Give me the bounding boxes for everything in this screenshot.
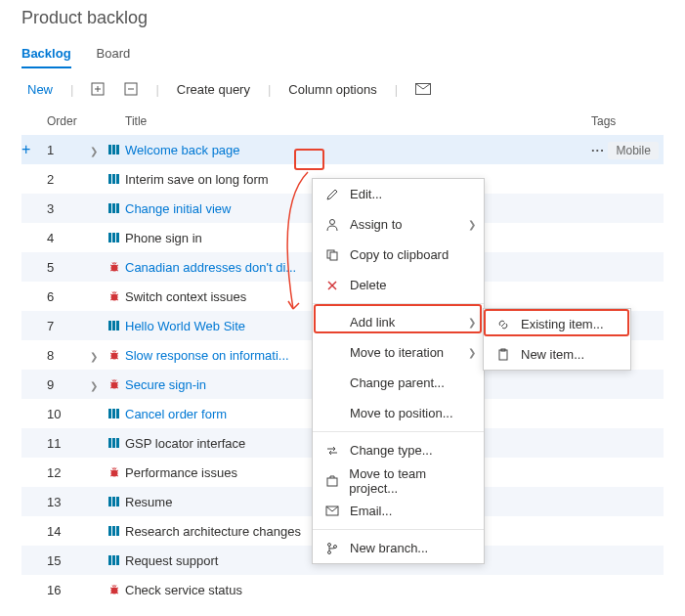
svg-rect-34	[108, 321, 111, 330]
swap-icon	[322, 444, 342, 458]
svg-line-49	[112, 380, 113, 382]
row-order: 12	[47, 465, 90, 480]
svg-line-31	[115, 292, 116, 294]
row-order: 14	[47, 524, 90, 539]
expand-icon[interactable]: ❯	[90, 351, 98, 362]
svg-rect-53	[108, 409, 111, 418]
svg-line-50	[115, 380, 116, 382]
page-title: Product backlog	[21, 8, 664, 28]
clipboard-icon	[493, 348, 513, 362]
project-icon	[322, 474, 341, 488]
row-order: 2	[47, 172, 90, 187]
svg-rect-10	[112, 174, 115, 184]
menu-copy[interactable]: Copy to clipboard	[313, 240, 484, 270]
menu-label: Move to iteration	[350, 345, 444, 360]
row-title[interactable]: Welcome back page	[125, 143, 591, 157]
row-order: 10	[47, 407, 90, 421]
column-options-button[interactable]: Column options	[282, 82, 382, 97]
svg-rect-14	[116, 203, 119, 213]
expand-icon[interactable]: ❯	[90, 380, 98, 391]
backlog-icon	[107, 553, 125, 567]
row-order: 11	[47, 436, 90, 451]
menu-change-parent[interactable]: Change parent...	[313, 368, 484, 398]
bug-icon	[107, 260, 125, 274]
svg-rect-11	[116, 174, 119, 184]
svg-line-32	[110, 299, 112, 300]
row-order: 7	[47, 319, 90, 333]
row-order: 13	[47, 495, 90, 509]
delete-icon	[322, 279, 342, 292]
tag: Mobile	[608, 142, 658, 159]
svg-rect-70	[108, 526, 111, 536]
menu-move-position[interactable]: Move to position...	[313, 398, 484, 428]
svg-rect-6	[108, 145, 111, 154]
svg-line-82	[110, 593, 112, 594]
menu-email[interactable]: Email...	[313, 496, 484, 526]
row-order: 5	[47, 260, 90, 275]
svg-line-81	[115, 586, 116, 588]
menu-change-type[interactable]: Change type...	[313, 435, 484, 465]
context-menu: Edit... Assign to ❯ Copy to clipboard De…	[312, 178, 485, 564]
svg-rect-35	[112, 321, 115, 330]
mail-icon[interactable]	[409, 83, 437, 95]
menu-label: Move to team project...	[349, 466, 474, 496]
tab-backlog[interactable]: Backlog	[21, 40, 71, 68]
row-order: 9	[47, 377, 90, 392]
backlog-icon	[107, 143, 125, 156]
svg-point-93	[334, 545, 337, 548]
svg-line-66	[116, 475, 118, 476]
svg-line-60	[110, 470, 112, 471]
submenu-label: New item...	[521, 347, 584, 362]
pencil-icon	[322, 188, 342, 201]
svg-line-47	[116, 382, 118, 383]
backlog-icon	[107, 201, 125, 215]
row-actions-button[interactable]: ···	[591, 143, 605, 157]
remove-icon[interactable]	[118, 82, 144, 96]
svg-line-61	[116, 470, 118, 471]
svg-line-52	[116, 387, 118, 388]
link-icon	[493, 318, 513, 331]
menu-label: Edit...	[350, 187, 382, 201]
expand-icon[interactable]: ❯	[90, 146, 98, 156]
chevron-right-icon: ❯	[468, 347, 476, 358]
svg-rect-86	[330, 252, 337, 260]
svg-point-91	[328, 543, 331, 546]
add-icon[interactable]	[85, 82, 110, 96]
svg-line-30	[112, 292, 113, 294]
svg-line-78	[116, 588, 118, 589]
svg-line-65	[110, 475, 112, 476]
submenu-existing-item[interactable]: Existing item...	[484, 309, 630, 339]
menu-label: Email...	[350, 504, 392, 518]
svg-rect-89	[327, 478, 337, 486]
menu-delete[interactable]: Delete	[313, 270, 484, 300]
new-button[interactable]: New	[21, 82, 59, 97]
backlog-icon	[107, 319, 125, 332]
menu-assign-to[interactable]: Assign to ❯	[313, 209, 484, 240]
menu-add-link[interactable]: Add link ❯	[313, 307, 484, 337]
bug-icon	[107, 583, 125, 596]
add-row-icon[interactable]: +	[21, 141, 30, 157]
row-order: 15	[47, 553, 90, 568]
row-order: 3	[47, 201, 90, 216]
table-row[interactable]: +1❯Welcome back page··· Mobile	[21, 135, 664, 164]
menu-label: Delete	[350, 278, 387, 292]
col-order: Order	[47, 114, 90, 128]
svg-rect-71	[112, 526, 115, 536]
menu-move-iteration[interactable]: Move to iteration ❯	[313, 337, 484, 368]
svg-rect-12	[108, 203, 111, 213]
submenu-new-item[interactable]: New item...	[484, 339, 630, 370]
svg-line-19	[110, 265, 112, 266]
menu-move-project[interactable]: Move to team project...	[313, 465, 484, 496]
svg-rect-67	[108, 497, 111, 506]
menu-new-branch[interactable]: New branch...	[313, 533, 484, 563]
tab-board[interactable]: Board	[97, 40, 131, 68]
create-query-button[interactable]: Create query	[171, 82, 256, 97]
table-row[interactable]: 16Check service status	[21, 575, 664, 604]
menu-label: New branch...	[350, 541, 428, 555]
svg-line-23	[115, 263, 116, 265]
svg-rect-73	[108, 555, 111, 565]
svg-rect-55	[116, 409, 119, 418]
person-icon	[322, 218, 342, 232]
tabs: Backlog Board	[21, 40, 664, 68]
menu-edit[interactable]: Edit...	[313, 179, 484, 209]
